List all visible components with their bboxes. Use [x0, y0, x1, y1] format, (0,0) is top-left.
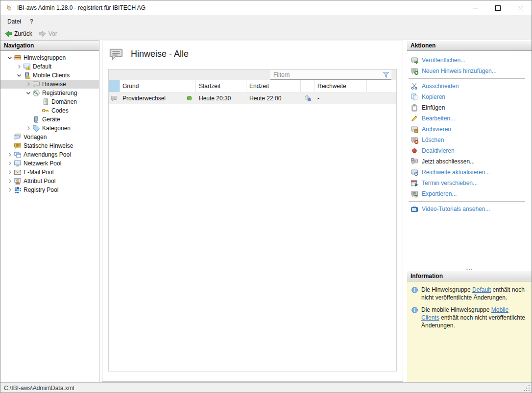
- expander-closed-icon[interactable]: [5, 151, 14, 159]
- expander-open-icon[interactable]: [15, 71, 23, 79]
- tree-label: Kategorien: [42, 125, 71, 132]
- video-tutorials-icon: [411, 205, 418, 213]
- action-exportieren[interactable]: Exportieren...: [407, 188, 532, 199]
- expander-spacer: [24, 116, 32, 123]
- tree-item-default[interactable]: Default: [0, 62, 99, 71]
- layers-icon: [14, 54, 22, 62]
- row-cell-startzeit: Heute 20:30: [196, 92, 246, 104]
- action-jetzt-abschliessen[interactable]: Jetzt abschliessen...: [407, 156, 532, 167]
- action-label: Kopieren: [422, 93, 445, 100]
- tree-item-anwendungs-pool[interactable]: Anwendungs Pool: [0, 150, 99, 159]
- expander-closed-icon[interactable]: [24, 80, 32, 88]
- tree-label: Hinweisgruppen: [24, 54, 66, 61]
- filter-funnel-icon[interactable]: [383, 71, 389, 78]
- tree-item-geraete[interactable]: Geräte: [0, 115, 99, 124]
- statusbar: C:\IBI-aws\Admin\Data.xml: [0, 382, 532, 393]
- action-termin-verschieben[interactable]: Termin verschieben...: [407, 178, 532, 188]
- monitor-warning-icon: [23, 63, 31, 70]
- column-header-status[interactable]: [182, 80, 196, 92]
- action-bearbeiten[interactable]: Bearbeiten...: [407, 113, 532, 124]
- menu-datei[interactable]: Datei: [3, 15, 25, 27]
- column-header-startzeit[interactable]: Startzeit: [196, 80, 246, 92]
- table-row[interactable]: Providerwechsel Heute 20:30 Heute 22:00 …: [109, 92, 396, 104]
- tree-item-codes[interactable]: Codes: [0, 106, 99, 115]
- tree-item-registrierung[interactable]: Registrierung: [0, 89, 99, 97]
- tree-label: Vorlagen: [24, 134, 47, 140]
- mobile-device-icon: [32, 116, 40, 123]
- column-header-icon[interactable]: [109, 80, 120, 92]
- expander-closed-icon[interactable]: [15, 63, 23, 70]
- column-header-endzeit[interactable]: Endzeit: [246, 80, 301, 92]
- close-button[interactable]: [509, 0, 532, 15]
- expander-closed-icon[interactable]: [5, 168, 14, 176]
- tree-label: Default: [33, 63, 51, 70]
- link-default[interactable]: Default: [472, 286, 491, 293]
- tree-item-netzwerk-pool[interactable]: Netzwerk Pool: [0, 159, 99, 168]
- expander-closed-icon[interactable]: [5, 186, 14, 194]
- action-einfuegen[interactable]: Einfügen: [407, 102, 532, 113]
- menu-help[interactable]: ?: [25, 15, 38, 27]
- expander-open-icon[interactable]: [24, 89, 32, 97]
- column-header-filler: [367, 80, 396, 92]
- navigation-toolbar: Zurück Vor: [0, 27, 532, 40]
- tree-item-mobile-clients[interactable]: Mobile Clients: [0, 71, 99, 80]
- action-reichweite-aktualisieren[interactable]: Reichweite aktualisieren...: [407, 167, 532, 178]
- column-header-scope-icon[interactable]: [301, 80, 314, 92]
- action-veroeffentlichen[interactable]: Veröffentlichen...: [407, 55, 532, 66]
- info-text: Die Hinweisgruppe: [421, 286, 472, 293]
- tree-item-domaenen[interactable]: Domänen: [0, 97, 99, 106]
- action-kopieren[interactable]: Kopieren: [407, 92, 532, 102]
- tree-item-attribut-pool[interactable]: Attribut Pool: [0, 177, 99, 185]
- finish-icon: [411, 158, 418, 165]
- maximize-button[interactable]: [486, 0, 509, 15]
- expander-closed-icon[interactable]: [5, 160, 14, 167]
- back-arrow-icon: [4, 30, 12, 38]
- panel-splitter[interactable]: ...: [407, 266, 532, 271]
- app-logo-icon: [5, 4, 13, 12]
- tree-item-hinweisgruppen[interactable]: Hinweisgruppen: [0, 53, 99, 62]
- refresh-reach-icon: [411, 168, 418, 176]
- static-notes-icon: [14, 142, 22, 150]
- minimize-button[interactable]: [464, 0, 486, 15]
- navigation-tree: Hinweisgruppen Default Mobile Clients Hi…: [0, 51, 99, 194]
- tree-label: Netzwerk Pool: [24, 160, 61, 167]
- filter-input[interactable]: Filtern: [270, 70, 391, 80]
- action-label: Ausschneiden: [422, 83, 459, 90]
- tree-item-statische-hinweise[interactable]: Statische Hinweise: [0, 141, 99, 150]
- email-icon: [14, 168, 22, 176]
- navigation-panel-header: Navigation: [0, 41, 99, 51]
- row-cell-endzeit: Heute 22:00: [246, 92, 301, 104]
- action-label: Jetzt abschliessen...: [422, 158, 475, 165]
- forward-button[interactable]: Vor: [36, 30, 60, 38]
- phone-warning-icon: [23, 71, 31, 79]
- expander-open-icon[interactable]: [5, 54, 14, 62]
- action-archivieren[interactable]: Archivieren: [407, 124, 532, 135]
- expander-closed-icon[interactable]: [24, 124, 32, 132]
- key-icon: [42, 107, 49, 115]
- actions-panel-header: Aktionen: [407, 41, 532, 51]
- action-loeschen[interactable]: Löschen: [407, 135, 532, 145]
- forward-label: Vor: [48, 30, 57, 37]
- action-ausschneiden[interactable]: Ausschneiden: [407, 81, 532, 92]
- row-note-icon: [111, 95, 118, 102]
- menubar: Datei ?: [0, 15, 532, 27]
- tree-item-kategorien[interactable]: Kategorien: [0, 124, 99, 133]
- action-deaktivieren[interactable]: Deaktivieren: [407, 145, 532, 156]
- table-header: Grund Startzeit Endzeit Reichweite: [109, 80, 396, 92]
- tree-item-vorlagen[interactable]: Vorlagen: [0, 133, 99, 141]
- tree-item-registry-pool[interactable]: Registry Pool: [0, 185, 99, 194]
- tree-item-email-pool[interactable]: E-Mail Pool: [0, 168, 99, 177]
- info-icon: [411, 306, 418, 314]
- resize-grip[interactable]: [524, 385, 530, 392]
- action-video-tutorials[interactable]: Video-Tutorials ansehen...: [407, 204, 532, 214]
- column-header-grund[interactable]: Grund: [120, 80, 182, 92]
- action-neuen-hinweis[interactable]: Neuen Hinweis hinzufügen...: [407, 66, 532, 76]
- paste-icon: [411, 104, 418, 112]
- tree-item-hinweise[interactable]: Hinweise: [0, 80, 99, 89]
- action-label: Termin verschieben...: [422, 180, 478, 186]
- expander-closed-icon[interactable]: [5, 177, 14, 185]
- column-header-reichweite[interactable]: Reichweite: [314, 80, 367, 92]
- page-title: Hinweise - Alle: [131, 49, 189, 59]
- filter-placeholder: Filtern: [270, 71, 383, 78]
- back-button[interactable]: Zurück: [2, 30, 35, 38]
